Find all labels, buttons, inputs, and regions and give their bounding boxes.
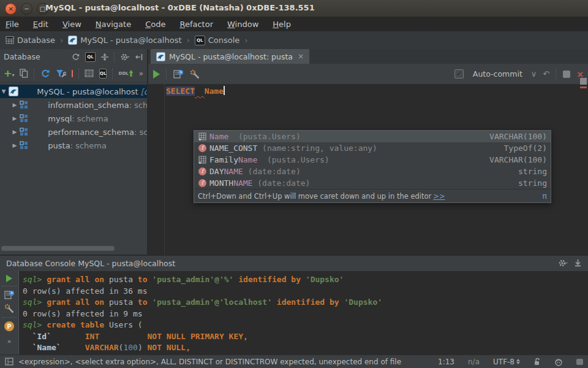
breadcrumb-item-console[interactable]: QL Console: [194, 36, 241, 45]
commit-icon[interactable]: ∨: [531, 69, 537, 79]
console-settings-icon[interactable]: [0, 304, 18, 313]
hide-panel-icon[interactable]: [135, 53, 143, 61]
tab-close-icon[interactable]: ×: [298, 52, 304, 61]
breadcrumb-separator: ›: [244, 36, 247, 45]
console-line: sql> grant all on pusta to 'pusta_admin'…: [23, 274, 588, 286]
breadcrumb-item-database[interactable]: Database: [4, 36, 56, 45]
error-stripe-mark[interactable]: [580, 86, 587, 88]
completion-hint-footer: Ctrl+Down and Ctrl+Up will move caret do…: [194, 189, 551, 202]
scroll-to-end-icon[interactable]: [574, 259, 582, 267]
breadcrumb-separator: ›: [60, 36, 63, 45]
inspections-hector-icon[interactable]: [554, 358, 563, 366]
window-close-button[interactable]: ×: [5, 3, 17, 15]
ddl-update-icon[interactable]: DDL: [119, 69, 134, 77]
menu-code[interactable]: Code: [145, 20, 165, 29]
hint-more-link[interactable]: >>: [433, 192, 445, 201]
line-separator-indicator[interactable]: n/a: [468, 358, 480, 366]
menu-window[interactable]: Window: [227, 20, 258, 29]
database-panel-title: Database: [4, 52, 40, 61]
tree-item-label: pusta: [48, 141, 70, 150]
console-panel-title: Database Console MySQL - pusta@localhost: [6, 259, 175, 268]
stop-icon[interactable]: [72, 70, 73, 77]
rollback-icon[interactable]: ↶: [543, 69, 549, 79]
chevron-collapsed-icon[interactable]: ▶: [11, 115, 18, 121]
gear-icon[interactable]: [558, 259, 568, 267]
run-button[interactable]: [6, 275, 12, 282]
token-name: Name: [205, 86, 224, 96]
autocommit-label: Auto-commit: [473, 69, 522, 79]
refresh-icon[interactable]: [40, 69, 50, 79]
console-panel-body: P » sql> grant all on pusta to 'pusta_ad…: [0, 271, 588, 356]
console-line: sql> grant all on pusta to 'pusta_admin'…: [23, 297, 588, 309]
tree-item-mysql-schema[interactable]: ▶ mysql: schema: [0, 112, 147, 125]
copy-icon[interactable]: [20, 69, 28, 78]
event-log-icon[interactable]: [576, 359, 583, 365]
tree-item-information-schema[interactable]: ▶ information_schema: sche: [0, 98, 147, 112]
console-settings-icon[interactable]: [190, 69, 200, 79]
breadcrumb: Database › MySQL - pusta@localhost › QL …: [0, 31, 588, 50]
tree-item-connection[interactable]: ▼ MySQL - pusta@localhost [co: [0, 85, 147, 98]
window-minimize-button[interactable]: −: [21, 3, 32, 15]
tree-item-pusta-schema[interactable]: ▶ pusta: schema: [0, 139, 147, 152]
caret-position-indicator[interactable]: 1:13: [438, 358, 454, 366]
tree-item-label: MySQL - pusta@localhost: [37, 87, 138, 96]
filter-settings-icon[interactable]: [56, 69, 66, 79]
chevron-expanded-icon[interactable]: ▼: [0, 88, 7, 94]
completion-item-dayname[interactable]: f DAYNAME (date:date) string: [194, 166, 551, 177]
collapse-all-icon[interactable]: [100, 53, 109, 61]
menu-edit[interactable]: Edit: [33, 20, 48, 29]
history-icon[interactable]: [173, 69, 184, 79]
editor-content[interactable]: SELECT Name Name (pusta.Users) VARCHAR(1…: [148, 84, 588, 255]
encoding-indicator[interactable]: UTF-8: [493, 358, 520, 366]
lock-icon[interactable]: [533, 358, 541, 366]
error-squiggle: [195, 86, 205, 96]
console-ql-icon[interactable]: QL: [85, 52, 96, 62]
window-title: MySQL - pusta@localhost - 0xDBE (Natasha…: [45, 3, 315, 12]
menu-help[interactable]: Help: [273, 20, 291, 29]
code-line[interactable]: SELECT Name: [166, 85, 225, 97]
run-button[interactable]: [153, 70, 160, 79]
completion-item-familyname[interactable]: FamilyName (pusta.Users) VARCHAR(100): [194, 154, 551, 166]
chevron-collapsed-icon[interactable]: ▶: [11, 142, 18, 148]
toolwindow-toggle-icon[interactable]: [5, 358, 13, 366]
menu-refactor[interactable]: Refactor: [179, 20, 213, 29]
function-icon: f: [198, 144, 207, 153]
divider: [34, 69, 34, 79]
horizontal-scrollbar[interactable]: [1, 246, 115, 251]
completion-type: TypeOf(2): [504, 144, 547, 153]
completion-type: VARCHAR(100): [489, 155, 547, 164]
breadcrumb-item-connection[interactable]: MySQL - pusta@localhost: [67, 36, 183, 45]
schema-icon: [20, 112, 45, 125]
chevron-more-icon[interactable]: »: [139, 69, 143, 78]
sync-dbms-icon[interactable]: [71, 53, 80, 61]
scrollbar-thumb[interactable]: [580, 78, 587, 85]
chevron-collapsed-icon[interactable]: ▶: [11, 102, 18, 108]
history-icon[interactable]: [0, 290, 18, 300]
console-line: `Id` INT NOT NULL PRIMARY KEY,: [23, 331, 588, 343]
console-gutter-toolbar: P »: [0, 271, 18, 356]
chevron-more-icon[interactable]: »: [0, 337, 18, 345]
database-tree: ▼ MySQL - pusta@localhost [co ▶ informat…: [0, 83, 147, 152]
autocommit-checkbox[interactable]: ✓: [454, 69, 464, 79]
tree-item-performance-schema[interactable]: ▶ performance_schema: sch: [0, 125, 147, 139]
menu-file[interactable]: File: [6, 20, 19, 29]
completion-item-monthname[interactable]: f MONTHNAME (date:date) string: [194, 177, 551, 189]
parameters-badge-icon[interactable]: P: [4, 321, 14, 331]
completion-type: VARCHAR(100): [489, 132, 547, 141]
gear-icon[interactable]: [120, 53, 130, 61]
console-output[interactable]: sql> grant all on pusta to 'pusta_admin'…: [18, 271, 588, 356]
menu-view[interactable]: View: [62, 20, 81, 29]
console-line: 0 row(s) affected in 36 ms: [23, 286, 588, 297]
completion-item-name[interactable]: Name (pusta.Users) VARCHAR(100): [194, 131, 551, 142]
tree-item-suffix: [co: [138, 87, 147, 96]
editor-tab[interactable]: MySQL - pusta@localhost: pusta ×: [151, 49, 309, 64]
add-icon[interactable]: +▾: [4, 69, 14, 79]
completion-item-name-const[interactable]: f NAME_CONST (name:string, value:any) Ty…: [194, 142, 551, 154]
schema-icon: [20, 98, 45, 112]
stop-disabled-icon[interactable]: [563, 71, 570, 78]
divider: [114, 52, 115, 62]
menu-navigate[interactable]: Navigate: [96, 20, 131, 29]
console-ql-icon[interactable]: QL: [99, 69, 107, 79]
table-icon[interactable]: [85, 69, 94, 77]
chevron-collapsed-icon[interactable]: ▶: [11, 129, 18, 135]
